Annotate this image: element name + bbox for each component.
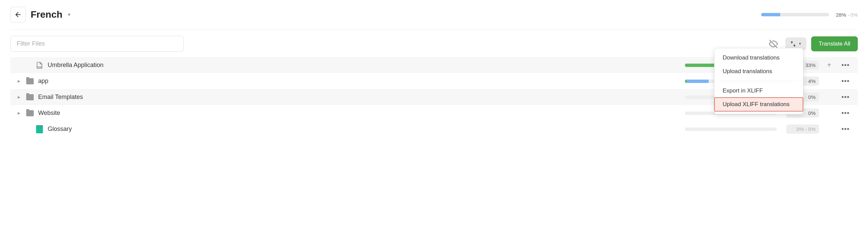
file-stats: 0% · 0% bbox=[786, 124, 819, 134]
caret-down-icon: ▼ bbox=[798, 42, 802, 46]
file-progress-bar bbox=[685, 128, 777, 131]
menu-item-upload-xliff[interactable]: Upload XLIFF translations bbox=[714, 98, 803, 111]
stat-primary: 28% bbox=[836, 12, 846, 18]
toolbar: ▼ Translate All Download translations Up… bbox=[10, 30, 858, 55]
more-options-icon[interactable]: ••• bbox=[839, 93, 852, 101]
stat-secondary: 0% bbox=[850, 12, 858, 18]
more-options-icon[interactable]: ••• bbox=[839, 61, 852, 69]
folder-icon bbox=[26, 109, 34, 117]
eye-off-icon bbox=[769, 39, 778, 48]
swap-vert-icon bbox=[790, 41, 796, 47]
filter-files-input[interactable] bbox=[10, 36, 184, 52]
json-file-icon: JSON bbox=[35, 61, 44, 69]
file-row: Glossary0% · 0%••• bbox=[10, 121, 858, 137]
language-name: French bbox=[31, 9, 62, 20]
expand-toggle[interactable]: ▶ bbox=[16, 95, 22, 99]
file-name[interactable]: Glossary bbox=[48, 125, 681, 133]
svg-text:JSON: JSON bbox=[37, 66, 42, 68]
menu-item-download-translations[interactable]: Download translations bbox=[714, 51, 803, 65]
folder-icon bbox=[26, 93, 34, 101]
divider bbox=[719, 81, 798, 81]
translate-all-button[interactable]: Translate All bbox=[811, 36, 858, 51]
file-name[interactable]: Umbrella Application bbox=[48, 62, 681, 69]
import-export-dropdown: Download translations Upload translation… bbox=[714, 48, 803, 114]
file-name[interactable]: Email Templates bbox=[38, 94, 681, 101]
expand-toggle[interactable]: ▶ bbox=[16, 79, 22, 83]
progress-fill bbox=[761, 13, 780, 16]
page-header: French ▼ 28% · 0% bbox=[10, 7, 858, 30]
overall-stats: 28% · 0% bbox=[836, 12, 858, 18]
expand-toggle[interactable]: ▶ bbox=[16, 111, 22, 115]
language-selector[interactable]: French ▼ bbox=[31, 9, 71, 20]
file-name[interactable]: Website bbox=[38, 110, 681, 117]
back-button[interactable] bbox=[10, 7, 26, 22]
glossary-icon bbox=[35, 125, 44, 133]
arrow-left-icon bbox=[14, 11, 22, 18]
overall-progress-bar bbox=[761, 13, 829, 16]
menu-item-export-xliff[interactable]: Export in XLIFF bbox=[714, 84, 803, 98]
folder-icon bbox=[26, 77, 34, 85]
file-name[interactable]: app bbox=[38, 78, 681, 85]
menu-item-upload-translations[interactable]: Upload translations bbox=[714, 65, 803, 78]
upload-icon[interactable] bbox=[823, 63, 835, 68]
more-options-icon[interactable]: ••• bbox=[839, 77, 852, 85]
more-options-icon[interactable]: ••• bbox=[839, 109, 852, 117]
caret-down-icon: ▼ bbox=[67, 12, 71, 17]
more-options-icon[interactable]: ••• bbox=[839, 125, 852, 133]
